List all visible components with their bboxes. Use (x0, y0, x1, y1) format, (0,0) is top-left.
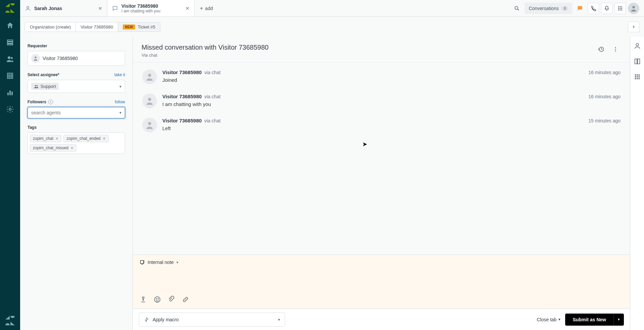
apps-icon[interactable] (614, 3, 626, 14)
svg-rect-45 (635, 76, 636, 77)
followers-search[interactable] (31, 110, 117, 115)
assignee-select[interactable]: Support ▾ (28, 80, 125, 93)
chevron-down-icon: ▾ (558, 317, 560, 322)
svg-rect-18 (620, 6, 621, 7)
chat-icon[interactable] (574, 3, 586, 14)
svg-point-26 (632, 6, 635, 8)
chevron-down-icon: ▾ (278, 317, 280, 322)
context-rail (630, 37, 644, 330)
attachment-icon[interactable] (168, 296, 175, 303)
close-tab-button[interactable]: Close tab ▾ (537, 317, 560, 322)
message-text: Left (162, 125, 621, 131)
message-time: 16 minutes ago (588, 70, 621, 75)
message-author: Visitor 73685980 (162, 94, 202, 99)
tag-label: zopim_chat_ended (66, 136, 100, 141)
submit-button-group: Submit as New ▾ (565, 314, 624, 326)
chevron-down-icon: ▾ (119, 84, 121, 89)
svg-rect-0 (7, 40, 13, 41)
breadcrumb-visitor[interactable]: Visitor 73685980 (76, 22, 118, 32)
followers-label: Followers i (28, 100, 53, 104)
message-list: Visitor 73685980 via chat 16 minutes ago… (133, 63, 630, 255)
tab-ticket[interactable]: Visitor 73685980 I am chatting with you … (107, 0, 195, 16)
submit-button[interactable]: Submit as New (565, 314, 613, 326)
svg-point-41 (636, 44, 638, 46)
conversations-button[interactable]: Conversations 0 (525, 3, 572, 14)
svg-rect-19 (621, 6, 622, 7)
svg-rect-46 (637, 76, 638, 77)
chat-bubble-icon (112, 5, 118, 11)
more-actions-icon[interactable] (610, 44, 621, 55)
emoji-icon[interactable] (154, 296, 161, 303)
reply-mode-select[interactable]: Internal note ▾ (133, 255, 630, 270)
knowledge-icon[interactable] (634, 58, 641, 65)
follow-link[interactable]: follow (115, 100, 125, 104)
svg-point-13 (9, 108, 11, 110)
svg-rect-48 (635, 78, 636, 79)
take-it-link[interactable]: take it (114, 72, 125, 77)
remove-tag-icon[interactable]: ✕ (103, 136, 106, 141)
svg-rect-44 (638, 74, 640, 76)
organizations-icon[interactable] (6, 72, 14, 80)
tab-title: Visitor 73685980 (121, 3, 160, 9)
avatar (142, 118, 157, 132)
message-via: via chat (204, 94, 220, 99)
link-icon[interactable] (182, 296, 189, 303)
new-badge: NEW (123, 24, 135, 30)
svg-rect-12 (11, 92, 13, 95)
close-tab-label: Close tab (537, 317, 556, 322)
close-icon[interactable]: ✕ (185, 6, 190, 11)
svg-point-27 (35, 57, 36, 58)
reply-mode-label: Internal note (148, 260, 174, 265)
reporting-icon[interactable] (6, 89, 14, 97)
breadcrumb-org[interactable]: Organization (create) (25, 22, 76, 32)
customers-icon[interactable] (6, 55, 14, 63)
svg-rect-47 (638, 76, 640, 77)
phone-icon[interactable] (588, 3, 599, 14)
remove-tag-icon[interactable]: ✕ (55, 136, 58, 141)
svg-point-40 (158, 298, 159, 299)
info-icon: i (48, 100, 53, 104)
tags-field[interactable]: zopim_chat✕ zopim_chat_ended✕ zopim_chat… (28, 132, 125, 154)
next-ticket-button[interactable] (628, 21, 639, 32)
message: Visitor 73685980 via chat 16 minutes ago… (142, 69, 621, 84)
conversations-count: 0 (561, 6, 568, 11)
search-button[interactable] (511, 3, 523, 14)
home-icon[interactable] (6, 21, 14, 30)
close-icon[interactable]: ✕ (98, 6, 102, 11)
left-nav-rail (0, 0, 20, 330)
avatar (142, 94, 157, 108)
breadcrumb-ticket[interactable]: NEW Ticket #5 (118, 22, 160, 32)
svg-rect-37 (141, 261, 144, 264)
followers-input[interactable]: ▾ (28, 107, 125, 118)
svg-rect-2 (7, 44, 13, 45)
add-tab-button[interactable]: + add (195, 0, 218, 16)
user-context-icon[interactable] (634, 42, 641, 50)
requester-field[interactable]: Visitor 73685980 (28, 51, 125, 66)
svg-rect-20 (618, 8, 619, 9)
user-icon (25, 5, 31, 11)
tab-user[interactable]: Sarah Jonas ✕ (20, 0, 107, 16)
conversation-pane: Missed conversation with Visitor 7368598… (133, 37, 630, 330)
events-icon[interactable] (596, 44, 607, 55)
breadcrumb-row: Organization (create) Visitor 73685980 N… (20, 17, 644, 37)
profile-avatar[interactable] (628, 3, 639, 14)
chevron-down-icon: ▾ (176, 260, 178, 265)
notifications-icon[interactable] (601, 3, 612, 14)
zendesk-logo (5, 3, 15, 13)
remove-tag-icon[interactable]: ✕ (70, 146, 73, 150)
admin-icon[interactable] (6, 105, 14, 113)
views-icon[interactable] (6, 38, 14, 46)
composer-textarea[interactable] (133, 270, 630, 293)
apply-macro-button[interactable]: Apply macro ▾ (139, 313, 285, 327)
tag: zopim_chat_ended✕ (63, 135, 108, 142)
svg-point-32 (615, 49, 616, 50)
message-author: Visitor 73685980 (162, 69, 202, 75)
tab-title: Sarah Jonas (34, 6, 62, 11)
message: Visitor 73685980 via chat 15 minutes ago… (142, 118, 621, 132)
submit-dropdown[interactable]: ▾ (613, 314, 624, 326)
svg-rect-22 (621, 8, 622, 9)
apps-panel-icon[interactable] (634, 73, 641, 80)
svg-point-14 (27, 6, 29, 8)
svg-rect-24 (620, 9, 621, 10)
text-format-icon[interactable] (140, 296, 147, 303)
